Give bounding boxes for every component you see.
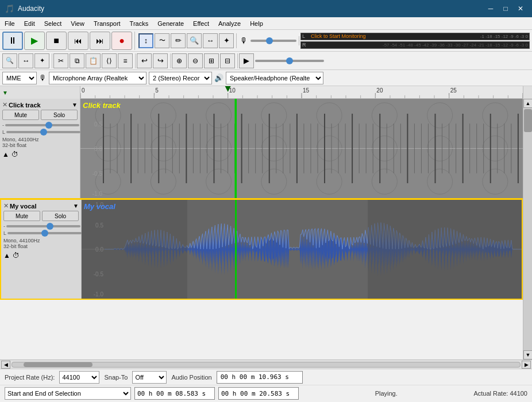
hscroll-track <box>11 362 521 368</box>
zoom-in-btn2[interactable]: ⊕ <box>172 53 187 68</box>
vocal-track-menu[interactable]: ▼ <box>73 203 79 209</box>
click-solo-btn[interactable]: Solo <box>41 110 78 120</box>
menu-select[interactable]: Select <box>40 19 67 28</box>
menu-tracks[interactable]: Tracks <box>125 19 153 28</box>
vocal-track-close[interactable]: ✕ <box>3 202 9 210</box>
statusbar-row1: Project Rate (Hz): 44100 Snap-To Off Aud… <box>0 369 532 385</box>
hscroll-left-btn[interactable]: ◀ <box>1 361 10 369</box>
zoom-sel-btn[interactable]: ✦ <box>34 53 49 68</box>
vscroll-down-btn[interactable]: ▼ <box>523 350 532 360</box>
zoom-sel-btn2[interactable]: ⊞ <box>204 53 219 68</box>
vocal-collapse-btn[interactable]: ▲ <box>3 252 10 260</box>
menu-edit[interactable]: Edit <box>20 19 40 28</box>
audio-position-display: 00 h 00 m 10.963 s <box>217 371 303 384</box>
play-at-speed-btn[interactable]: ▶ <box>239 53 254 68</box>
project-rate-select[interactable]: 44100 <box>59 371 99 384</box>
record-button[interactable]: ● <box>111 32 132 50</box>
vu-meter-top: L Click to Start Monitoring -1 -18 -15 -… <box>300 33 530 40</box>
ruler-left-pad: ▼ <box>0 86 80 99</box>
vu-click-label[interactable]: Click to Start Monitoring <box>307 33 369 39</box>
audio-position-label: Audio Position <box>171 374 211 381</box>
paste-btn[interactable]: 📋 <box>86 53 101 68</box>
vocal-pan-slider[interactable] <box>7 232 82 234</box>
click-track-controls: ✕ Click track ▼ Mute Solo - + <box>0 99 80 198</box>
zoom-controls: 🔍 ↔ ✦ <box>2 53 52 68</box>
click-gain-slider[interactable] <box>5 124 79 126</box>
play-speed-slider[interactable] <box>255 60 324 62</box>
main-area: ▼ ✕ Click track ▼ <box>0 86 532 369</box>
redo-btn[interactable]: ↪ <box>153 53 168 68</box>
zoom-out-btn[interactable]: ↔ <box>18 53 33 68</box>
vscroll-thumb[interactable] <box>524 109 532 132</box>
selection-type-select[interactable]: Start and End of Selection <box>5 387 131 400</box>
envelope-tool[interactable]: 〜 <box>155 33 169 48</box>
vocal-track-audio[interactable]: My vocal <box>82 200 522 299</box>
zoom-in-tool[interactable]: 🔍 <box>187 33 202 48</box>
input-level-slider[interactable] <box>250 40 296 42</box>
zoom-fit-btn[interactable]: 🔍 <box>2 53 17 68</box>
host-select[interactable]: MME <box>2 72 37 84</box>
cut-btn[interactable]: ✂ <box>53 53 68 68</box>
vocal-track-bitdepth: 32-bit float <box>3 243 79 249</box>
vocal-track-label: My vocal <box>84 202 115 211</box>
click-track-audio[interactable]: Click track <box>80 99 523 198</box>
trim-btn[interactable]: ⟨⟩ <box>102 53 117 68</box>
click-mute-btn[interactable]: Mute <box>2 110 39 120</box>
minimize-button[interactable]: ─ <box>484 3 498 14</box>
click-track-label: Click track <box>83 101 121 110</box>
ruler-timeline[interactable] <box>80 86 523 99</box>
click-track-format: Mono, 44100Hz <box>2 137 78 142</box>
play-button[interactable]: ▶ <box>24 32 45 50</box>
menu-transport[interactable]: Transport <box>89 19 125 28</box>
click-track-menu[interactable]: ▼ <box>72 102 78 108</box>
draw-tool[interactable]: ✏ <box>171 33 186 48</box>
menu-file[interactable]: File <box>0 19 20 28</box>
menu-analyze[interactable]: Analyze <box>214 19 245 28</box>
vocal-menu2-btn[interactable]: ⏱ <box>13 252 20 260</box>
edit-controls: ✂ ⧉ 📋 ⟨⟩ ≡ <box>53 53 136 68</box>
forward-button[interactable]: ⏭ <box>90 32 110 50</box>
pause-button[interactable]: ⏸ <box>2 32 23 50</box>
click-pan-slider[interactable] <box>6 131 80 133</box>
silence-btn[interactable]: ≡ <box>118 53 133 68</box>
multi-tool[interactable]: ✦ <box>219 33 234 48</box>
play-cursor-click <box>236 99 237 198</box>
tool-buttons-row1: ↕ 〜 ✏ 🔍 ↔ ✦ <box>136 33 237 48</box>
project-rate-label: Project Rate (Hz): <box>5 374 55 381</box>
vocal-gain-slider[interactable] <box>6 225 80 227</box>
undo-btn[interactable]: ↩ <box>137 53 152 68</box>
hscroll-right-btn[interactable]: ▶ <box>522 361 531 369</box>
select-tool[interactable]: ↕ <box>138 33 153 48</box>
ruler-scroll-pad <box>523 86 532 99</box>
rewind-button[interactable]: ⏮ <box>68 32 88 50</box>
vu-meter-bottom: R -57 -54 -51 -48 -45 -42 -39 -36 -33 -3… <box>300 41 530 49</box>
maximize-button[interactable]: □ <box>499 3 512 14</box>
vu-meters: L Click to Start Monitoring -1 -18 -15 -… <box>300 32 530 50</box>
selection-right-dim <box>368 200 522 299</box>
input-channels-select[interactable]: 2 (Stereo) Recor <box>149 72 212 84</box>
click-track-close[interactable]: ✕ <box>2 101 7 109</box>
input-device-select[interactable]: Microphone Array (Realtek <box>49 72 147 84</box>
vocal-track-name: My vocal <box>10 203 72 210</box>
window-title: Audacity <box>18 5 44 13</box>
time-shift-tool[interactable]: ↔ <box>203 33 218 48</box>
hscroll-thumb[interactable] <box>24 362 92 367</box>
stop-button[interactable]: ■ <box>46 32 67 50</box>
zoom-fit-btn2[interactable]: ⊟ <box>220 53 235 68</box>
close-button[interactable]: ✕ <box>514 3 527 14</box>
mic-icon: 🎙 <box>240 36 248 45</box>
click-collapse-btn[interactable]: ▲ <box>2 150 9 159</box>
vocal-mute-btn[interactable]: Mute <box>3 211 40 221</box>
menu-generate[interactable]: Generate <box>153 19 188 28</box>
snap-to-select[interactable]: Off <box>132 371 167 384</box>
vocal-solo-btn[interactable]: Solo <box>42 211 79 221</box>
output-device-select[interactable]: Speaker/Headphone (Realte <box>226 72 323 84</box>
menu-help[interactable]: Help <box>245 19 268 28</box>
click-menu2-btn[interactable]: ⏱ <box>11 150 18 159</box>
menu-view[interactable]: View <box>66 19 89 28</box>
menu-effect[interactable]: Effect <box>188 19 214 28</box>
zoom-out-btn2[interactable]: ⊖ <box>188 53 203 68</box>
playback-zoom-controls: ⊕ ⊖ ⊞ ⊟ <box>172 53 238 68</box>
copy-btn[interactable]: ⧉ <box>70 53 84 68</box>
vscroll-up-btn[interactable]: ▲ <box>523 99 532 108</box>
